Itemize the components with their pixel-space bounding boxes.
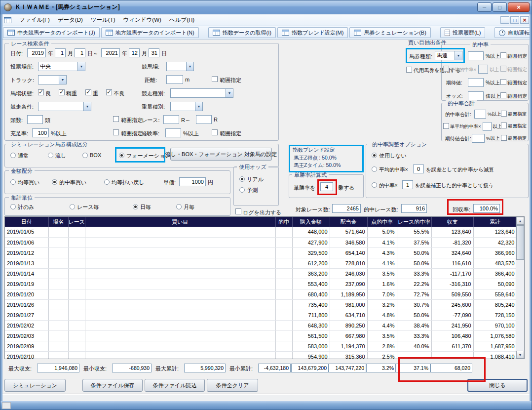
hit-rate-input[interactable] bbox=[468, 51, 484, 60]
amount-equal-radio[interactable] bbox=[10, 179, 16, 185]
target-races-input[interactable] bbox=[332, 204, 361, 213]
avg-hit-range-checkbox[interactable] bbox=[500, 66, 506, 72]
table-row[interactable]: 2019/01/20680,4001,189,9507.0%72.7%509,5… bbox=[5, 289, 517, 299]
odds-predict-radio[interactable] bbox=[239, 187, 245, 193]
surface-heavy-checkbox[interactable] bbox=[85, 89, 91, 95]
table-row[interactable]: 2019/01/05448,000571,6405.0%55.5%123,640… bbox=[5, 227, 517, 237]
amount-equal-payout-radio[interactable] bbox=[104, 179, 110, 185]
expected-total-range-checkbox[interactable] bbox=[501, 135, 507, 141]
index-blend-button[interactable]: 指数ブレンド設定(M) bbox=[277, 27, 348, 38]
place-select[interactable]: 中央 bbox=[38, 62, 85, 71]
log-output-checkbox[interactable] bbox=[235, 208, 241, 214]
odds-input[interactable] bbox=[468, 91, 484, 100]
single-avg-range-checkbox[interactable] bbox=[501, 123, 507, 128]
table-row[interactable]: 2019/01/14363,200246,0303.5%33.3%-117,17… bbox=[5, 268, 517, 279]
from-year-input[interactable] bbox=[27, 48, 46, 57]
mdi-restore-icon[interactable] bbox=[510, 16, 519, 24]
mdi-close-icon[interactable] bbox=[520, 16, 529, 24]
adjust-subtract-radio[interactable] bbox=[372, 166, 377, 172]
single-avg-checkbox[interactable] bbox=[443, 123, 449, 129]
fill-range-checkbox[interactable] bbox=[113, 129, 119, 135]
heads-input[interactable] bbox=[27, 115, 43, 124]
distance-range-checkbox[interactable] bbox=[212, 76, 218, 82]
table-row[interactable]: 2019/01/26735,400981,0003.2%30.7%245,600… bbox=[5, 299, 517, 310]
hit-total-range-checkbox[interactable] bbox=[501, 111, 507, 117]
avg-hit-rate-input[interactable] bbox=[478, 65, 488, 74]
ticket-type-select[interactable]: 馬連 bbox=[435, 51, 462, 60]
course-select[interactable] bbox=[166, 62, 194, 71]
run-simulation-button[interactable]: シミュレーション bbox=[4, 379, 66, 392]
single-avg-input[interactable] bbox=[483, 122, 492, 131]
to-year-input[interactable] bbox=[101, 48, 120, 57]
expected-range-checkbox[interactable] bbox=[500, 79, 506, 85]
target-horse-settings-button[interactable]: 流し・BOX・フォーメーション 対象馬の設定 bbox=[170, 148, 272, 161]
results-table[interactable]: 日付 場名 レース 買い目 的中 購入金額 配当金 点的中率 レース的中率 収支… bbox=[4, 216, 525, 359]
from-month-input[interactable] bbox=[55, 48, 66, 57]
table-row[interactable]: 2019/01/12329,500654,1404.3%50.0%324,640… bbox=[5, 247, 517, 258]
surface-slightly-heavy-checkbox[interactable] bbox=[59, 89, 65, 95]
weight-select[interactable] bbox=[170, 102, 203, 111]
menu-file[interactable]: ファイル(F) bbox=[15, 15, 54, 25]
substitute-ticket-checkbox[interactable] bbox=[406, 67, 412, 73]
maximize-button-icon[interactable] bbox=[493, 2, 507, 12]
composition-box-radio[interactable] bbox=[82, 153, 88, 158]
race-no-to-input[interactable] bbox=[196, 115, 212, 124]
adjust-correct-input[interactable] bbox=[402, 180, 413, 189]
scroll-up-icon[interactable]: ▲ bbox=[516, 217, 524, 225]
index-data-button[interactable]: 指数データの取得(I) bbox=[208, 27, 276, 38]
table-row[interactable]: 2019/02/03561,500667,9803.5%33.3%106,480… bbox=[5, 330, 517, 341]
table-row[interactable]: 2019/01/27711,800634,7104.8%50.0%-77,090… bbox=[5, 310, 517, 320]
table-row[interactable]: 2019/01/19553,400237,0901.6%22.2%-316,31… bbox=[5, 279, 517, 289]
adjust-subtract-input[interactable] bbox=[413, 164, 424, 173]
menu-window[interactable]: ウィンドウ(W) bbox=[119, 15, 165, 25]
table-row[interactable]: 2019/02/02648,300890,2504.4%38.4%241,950… bbox=[5, 320, 517, 330]
composition-formation-radio[interactable] bbox=[119, 153, 124, 158]
menu-help[interactable]: ヘルプ(H) bbox=[165, 15, 198, 25]
exp-rate-input[interactable] bbox=[165, 128, 181, 137]
scroll-thumb[interactable] bbox=[516, 225, 524, 260]
exp-range-checkbox[interactable] bbox=[212, 129, 218, 135]
race-cond-select[interactable] bbox=[38, 102, 91, 111]
vote-history-button[interactable]: 投票履歴(L) bbox=[440, 27, 485, 38]
hit-rate-range-checkbox[interactable] bbox=[500, 52, 506, 58]
hit-races-input[interactable] bbox=[401, 204, 427, 213]
surface-good-checkbox[interactable] bbox=[38, 89, 44, 95]
local-import-button[interactable]: 地方競馬データのインポート(N) bbox=[101, 27, 199, 38]
menu-tools[interactable]: ツール(T) bbox=[87, 15, 119, 25]
aggregate-day-radio[interactable] bbox=[133, 204, 138, 209]
auto-run-button[interactable]: 自動運転(A) bbox=[494, 27, 532, 38]
composition-normal-radio[interactable] bbox=[10, 153, 16, 158]
race-type-select[interactable] bbox=[170, 88, 233, 98]
race-no-from-input[interactable] bbox=[163, 115, 179, 124]
adjust-none-radio[interactable] bbox=[372, 153, 377, 158]
hit-total-input[interactable] bbox=[474, 110, 486, 119]
heads-range-checkbox[interactable] bbox=[113, 116, 119, 122]
save-condition-file-button[interactable]: 条件ファイル保存 bbox=[82, 379, 143, 392]
mdi-minimize-icon[interactable] bbox=[500, 16, 509, 24]
to-month-input[interactable] bbox=[129, 48, 140, 57]
close-button-icon[interactable] bbox=[508, 2, 530, 12]
payback-input[interactable] bbox=[473, 204, 500, 213]
avg-hit-rate-checkbox[interactable] bbox=[443, 66, 449, 72]
table-row[interactable]: 2019/02/10954,900315,3602.5%1,088,410 bbox=[5, 351, 517, 359]
menu-data[interactable]: データ(D) bbox=[54, 15, 87, 25]
composition-nagashi-radio[interactable] bbox=[48, 153, 53, 158]
win-formula-power-input[interactable] bbox=[320, 182, 333, 191]
amount-hitrate-radio[interactable] bbox=[52, 179, 57, 185]
expected-value-input[interactable] bbox=[468, 78, 484, 87]
odds-range-checkbox[interactable] bbox=[500, 92, 506, 98]
load-condition-file-button[interactable]: 条件ファイル読込 bbox=[145, 379, 205, 392]
aggregate-race-radio[interactable] bbox=[70, 204, 75, 209]
to-day-input[interactable] bbox=[149, 48, 159, 57]
from-day-input[interactable] bbox=[75, 48, 85, 57]
expected-total-input[interactable] bbox=[472, 134, 485, 143]
minimize-button-icon[interactable] bbox=[477, 2, 492, 12]
close-dialog-button[interactable]: 閉じる bbox=[467, 379, 528, 392]
clear-all-conditions-button[interactable]: 条件全クリア bbox=[207, 379, 258, 392]
surface-bad-checkbox[interactable] bbox=[106, 89, 112, 95]
table-row[interactable]: 2019/02/09583,0001,194,3702.8%40.0%611,3… bbox=[5, 341, 517, 351]
scroll-down-icon[interactable]: ▼ bbox=[516, 351, 524, 359]
table-row[interactable]: 2019/01/13612,200728,8104.1%50.0%116,610… bbox=[5, 258, 517, 268]
unit-price-input[interactable] bbox=[179, 177, 206, 186]
table-vertical-scrollbar[interactable]: ▲ ▼ bbox=[516, 217, 524, 359]
